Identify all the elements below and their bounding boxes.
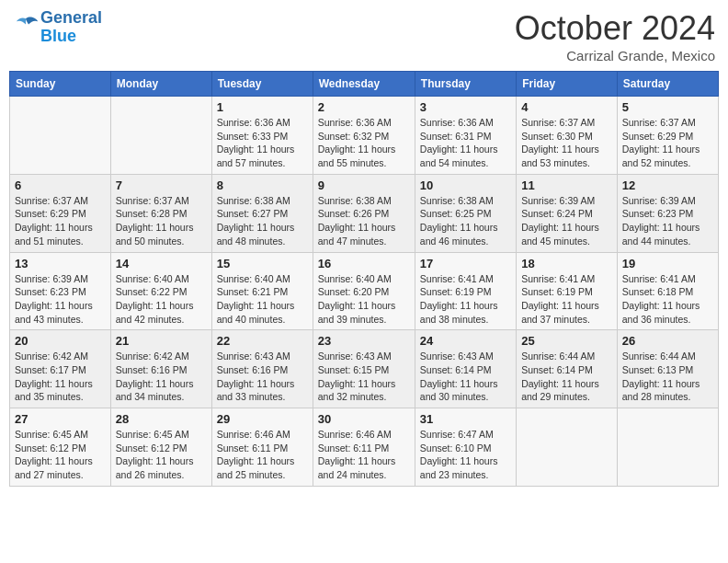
- logo-bird-icon: [13, 16, 39, 36]
- calendar-cell: 1Sunrise: 6:36 AMSunset: 6:33 PMDaylight…: [211, 97, 313, 175]
- calendar-cell: 7Sunrise: 6:37 AMSunset: 6:28 PMDaylight…: [110, 174, 211, 252]
- day-number: 31: [420, 412, 511, 426]
- calendar-cell: 20Sunrise: 6:42 AMSunset: 6:17 PMDayligh…: [10, 330, 111, 408]
- day-number: 15: [217, 257, 308, 270]
- day-info: Sunrise: 6:45 AMSunset: 6:12 PMDaylight:…: [15, 428, 106, 482]
- weekday-header-wednesday: Wednesday: [313, 72, 415, 97]
- day-number: 29: [217, 412, 308, 426]
- logo-text: GeneralBlue: [40, 9, 102, 46]
- calendar-cell: 26Sunrise: 6:44 AMSunset: 6:13 PMDayligh…: [617, 330, 718, 408]
- location: Carrizal Grande, Mexico: [515, 48, 715, 63]
- day-info: Sunrise: 6:42 AMSunset: 6:17 PMDaylight:…: [15, 350, 106, 404]
- calendar-cell: 12Sunrise: 6:39 AMSunset: 6:23 PMDayligh…: [617, 174, 718, 252]
- calendar-cell: 17Sunrise: 6:41 AMSunset: 6:19 PMDayligh…: [415, 252, 516, 330]
- calendar-body: 1Sunrise: 6:36 AMSunset: 6:33 PMDaylight…: [10, 97, 719, 487]
- day-number: 19: [622, 257, 713, 270]
- calendar-cell: 22Sunrise: 6:43 AMSunset: 6:16 PMDayligh…: [211, 330, 313, 408]
- day-number: 27: [15, 412, 106, 426]
- calendar-cell: [517, 408, 618, 487]
- day-number: 14: [116, 257, 207, 270]
- calendar-week-row: 1Sunrise: 6:36 AMSunset: 6:33 PMDaylight…: [10, 97, 719, 175]
- day-number: 8: [217, 178, 308, 192]
- day-number: 5: [622, 100, 713, 114]
- title-block: October 2024 Carrizal Grande, Mexico: [515, 9, 715, 63]
- weekday-header-row: SundayMondayTuesdayWednesdayThursdayFrid…: [10, 72, 719, 97]
- day-info: Sunrise: 6:42 AMSunset: 6:16 PMDaylight:…: [116, 350, 207, 404]
- day-number: 26: [622, 334, 713, 348]
- day-number: 11: [521, 178, 612, 192]
- day-info: Sunrise: 6:41 AMSunset: 6:18 PMDaylight:…: [622, 272, 713, 327]
- day-info: Sunrise: 6:36 AMSunset: 6:33 PMDaylight:…: [217, 116, 308, 170]
- day-info: Sunrise: 6:37 AMSunset: 6:29 PMDaylight:…: [622, 116, 713, 170]
- calendar-cell: 27Sunrise: 6:45 AMSunset: 6:12 PMDayligh…: [10, 408, 111, 487]
- calendar-cell: 28Sunrise: 6:45 AMSunset: 6:12 PMDayligh…: [110, 408, 211, 487]
- day-number: 6: [15, 178, 106, 192]
- calendar-cell: 8Sunrise: 6:38 AMSunset: 6:27 PMDaylight…: [211, 174, 313, 252]
- calendar-cell: 25Sunrise: 6:44 AMSunset: 6:14 PMDayligh…: [517, 330, 618, 408]
- day-number: 18: [521, 257, 612, 270]
- day-number: 7: [116, 178, 207, 192]
- day-info: Sunrise: 6:45 AMSunset: 6:12 PMDaylight:…: [116, 428, 207, 482]
- day-info: Sunrise: 6:46 AMSunset: 6:11 PMDaylight:…: [217, 428, 308, 482]
- calendar-cell: 10Sunrise: 6:38 AMSunset: 6:25 PMDayligh…: [415, 174, 516, 252]
- day-info: Sunrise: 6:41 AMSunset: 6:19 PMDaylight:…: [420, 272, 511, 327]
- calendar-cell: [110, 97, 211, 175]
- day-number: 25: [521, 334, 612, 348]
- logo: GeneralBlue: [13, 9, 102, 46]
- day-info: Sunrise: 6:40 AMSunset: 6:20 PMDaylight:…: [318, 272, 410, 327]
- day-number: 10: [420, 178, 511, 192]
- day-number: 4: [521, 100, 612, 114]
- calendar-cell: 24Sunrise: 6:43 AMSunset: 6:14 PMDayligh…: [415, 330, 516, 408]
- day-number: 13: [15, 257, 106, 270]
- day-info: Sunrise: 6:37 AMSunset: 6:29 PMDaylight:…: [15, 194, 106, 248]
- calendar-table: SundayMondayTuesdayWednesdayThursdayFrid…: [9, 71, 719, 487]
- calendar-cell: 16Sunrise: 6:40 AMSunset: 6:20 PMDayligh…: [313, 252, 415, 330]
- calendar-cell: 30Sunrise: 6:46 AMSunset: 6:11 PMDayligh…: [313, 408, 415, 487]
- day-number: 9: [318, 178, 410, 192]
- day-info: Sunrise: 6:44 AMSunset: 6:14 PMDaylight:…: [521, 350, 612, 404]
- calendar-cell: [617, 408, 718, 487]
- calendar-week-row: 6Sunrise: 6:37 AMSunset: 6:29 PMDaylight…: [10, 174, 719, 252]
- day-number: 12: [622, 178, 713, 192]
- day-info: Sunrise: 6:40 AMSunset: 6:21 PMDaylight:…: [217, 272, 308, 327]
- calendar-cell: 13Sunrise: 6:39 AMSunset: 6:23 PMDayligh…: [10, 252, 111, 330]
- month-title: October 2024: [515, 9, 715, 48]
- calendar-cell: 2Sunrise: 6:36 AMSunset: 6:32 PMDaylight…: [313, 97, 415, 175]
- weekday-header-monday: Monday: [110, 72, 211, 97]
- day-info: Sunrise: 6:44 AMSunset: 6:13 PMDaylight:…: [622, 350, 713, 404]
- day-info: Sunrise: 6:39 AMSunset: 6:23 PMDaylight:…: [15, 272, 106, 327]
- weekday-header-thursday: Thursday: [415, 72, 516, 97]
- calendar-cell: 29Sunrise: 6:46 AMSunset: 6:11 PMDayligh…: [211, 408, 313, 487]
- weekday-header-friday: Friday: [517, 72, 618, 97]
- calendar-cell: 3Sunrise: 6:36 AMSunset: 6:31 PMDaylight…: [415, 97, 516, 175]
- calendar-cell: 5Sunrise: 6:37 AMSunset: 6:29 PMDaylight…: [617, 97, 718, 175]
- calendar-cell: 6Sunrise: 6:37 AMSunset: 6:29 PMDaylight…: [10, 174, 111, 252]
- page-header: GeneralBlue October 2024 Carrizal Grande…: [9, 9, 719, 63]
- day-info: Sunrise: 6:43 AMSunset: 6:16 PMDaylight:…: [217, 350, 308, 404]
- day-info: Sunrise: 6:40 AMSunset: 6:22 PMDaylight:…: [116, 272, 207, 327]
- calendar-week-row: 13Sunrise: 6:39 AMSunset: 6:23 PMDayligh…: [10, 252, 719, 330]
- day-info: Sunrise: 6:39 AMSunset: 6:24 PMDaylight:…: [521, 194, 612, 248]
- calendar-cell: 18Sunrise: 6:41 AMSunset: 6:19 PMDayligh…: [517, 252, 618, 330]
- day-info: Sunrise: 6:46 AMSunset: 6:11 PMDaylight:…: [318, 428, 410, 482]
- day-number: 21: [116, 334, 207, 348]
- day-number: 3: [420, 100, 511, 114]
- day-info: Sunrise: 6:38 AMSunset: 6:26 PMDaylight:…: [318, 194, 410, 248]
- calendar-cell: 21Sunrise: 6:42 AMSunset: 6:16 PMDayligh…: [110, 330, 211, 408]
- calendar-cell: 19Sunrise: 6:41 AMSunset: 6:18 PMDayligh…: [617, 252, 718, 330]
- day-info: Sunrise: 6:37 AMSunset: 6:28 PMDaylight:…: [116, 194, 207, 248]
- day-number: 23: [318, 334, 410, 348]
- calendar-cell: 15Sunrise: 6:40 AMSunset: 6:21 PMDayligh…: [211, 252, 313, 330]
- day-number: 16: [318, 257, 410, 270]
- calendar-week-row: 20Sunrise: 6:42 AMSunset: 6:17 PMDayligh…: [10, 330, 719, 408]
- day-info: Sunrise: 6:39 AMSunset: 6:23 PMDaylight:…: [622, 194, 713, 248]
- day-info: Sunrise: 6:43 AMSunset: 6:14 PMDaylight:…: [420, 350, 511, 404]
- day-number: 17: [420, 257, 511, 270]
- day-number: 1: [217, 100, 308, 114]
- calendar-cell: 4Sunrise: 6:37 AMSunset: 6:30 PMDaylight…: [517, 97, 618, 175]
- day-number: 20: [15, 334, 106, 348]
- calendar-cell: 14Sunrise: 6:40 AMSunset: 6:22 PMDayligh…: [110, 252, 211, 330]
- day-info: Sunrise: 6:36 AMSunset: 6:31 PMDaylight:…: [420, 116, 511, 170]
- day-info: Sunrise: 6:43 AMSunset: 6:15 PMDaylight:…: [318, 350, 410, 404]
- weekday-header-tuesday: Tuesday: [211, 72, 313, 97]
